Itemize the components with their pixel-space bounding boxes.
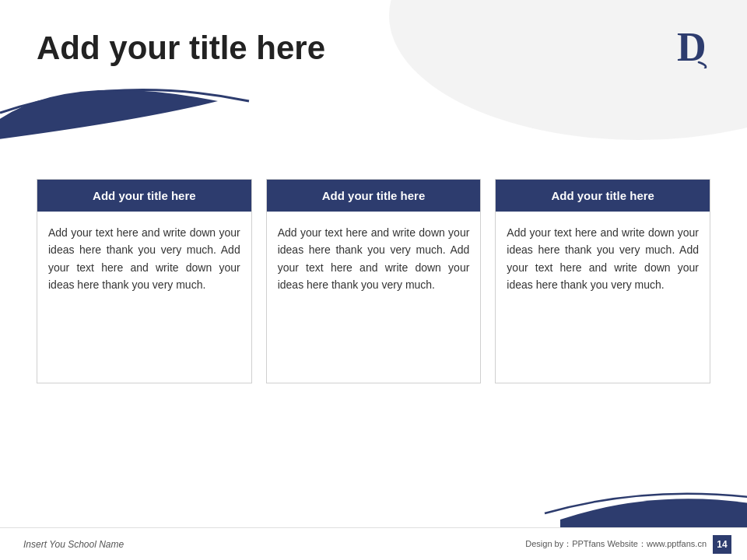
svg-point-0: [389, 0, 747, 140]
footer: Insert You School Name Design by：PPTfans…: [0, 527, 747, 560]
logo-area: D: [675, 22, 722, 68]
cards-container: Add your title here Add your text here a…: [37, 179, 710, 383]
footer-right: Design by：PPTfans Website：www.pptfans.cn…: [525, 535, 731, 554]
page-number: 14: [713, 535, 731, 554]
card-2-body: Add your text here and write down your i…: [267, 212, 481, 383]
main-title: Add your title here: [37, 30, 325, 67]
card-1: Add your title here Add your text here a…: [37, 179, 252, 383]
footer-school-name: Insert You School Name: [23, 539, 124, 550]
card-3-body: Add your text here and write down your i…: [496, 212, 710, 383]
card-3-header: Add your title here: [496, 180, 710, 212]
card-1-header: Add your title here: [37, 180, 251, 212]
svg-text:D: D: [677, 25, 707, 68]
top-decoration: [0, 0, 747, 156]
card-2: Add your title here Add your text here a…: [266, 179, 482, 383]
footer-credit: Design by：PPTfans Website：www.pptfans.cn: [525, 538, 707, 550]
slide: Add your title here D Add your title her…: [0, 0, 747, 560]
card-3: Add your title here Add your text here a…: [495, 179, 710, 383]
bottom-decoration: [514, 481, 747, 527]
card-2-header: Add your title here: [267, 180, 481, 212]
card-1-body: Add your text here and write down your i…: [37, 212, 251, 383]
